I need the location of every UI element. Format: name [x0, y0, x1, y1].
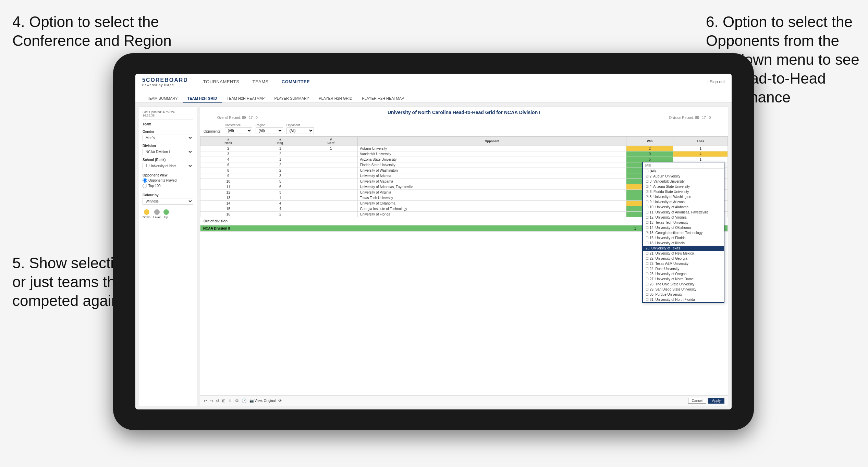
dropdown-item[interactable]: 24. Duke University	[643, 266, 724, 271]
tab-player-h2h-grid[interactable]: PLAYER H2H GRID	[314, 94, 357, 103]
copy-icon[interactable]: ⊞	[222, 398, 225, 403]
cell-reg: 4	[256, 206, 304, 212]
logo-sub: Powered by iGrad	[142, 83, 174, 87]
apply-button[interactable]: Apply	[708, 398, 724, 404]
tab-player-h2h-heatmap[interactable]: PLAYER H2H HEATMAP	[357, 94, 409, 103]
cell-reg: 2	[256, 151, 304, 157]
dropdown-item[interactable]: 11. University of Arkansas, Fayetteville	[643, 210, 724, 215]
cell-opponent: Vanderbilt University	[358, 151, 626, 157]
dropdown-item[interactable]: 30. Purdue University	[643, 292, 724, 297]
dropdown-item[interactable]: 21. University of New Mexico	[643, 251, 724, 256]
dropdown-item[interactable]: 18. University of Illinois	[643, 241, 724, 246]
radio-opponents-played[interactable]: Opponents Played	[143, 178, 193, 183]
cell-loss: 1	[673, 146, 728, 151]
dropdown-item[interactable]: 12. University of Virginia	[643, 215, 724, 220]
dropdown-item[interactable]: 27. University of Notre Dame	[643, 276, 724, 282]
cell-rank: 9	[200, 173, 256, 179]
nav-tournaments[interactable]: TOURNAMENTS	[202, 79, 241, 84]
cell-opponent: University of Washington	[358, 168, 626, 173]
opponent-select[interactable]: (All)	[286, 127, 314, 134]
cell-reg: 3	[256, 190, 304, 195]
eye-icon[interactable]: 👁	[278, 398, 282, 403]
nav-teams[interactable]: TEAMS	[251, 79, 270, 84]
cell-rank: 14	[200, 201, 256, 206]
table-row: 2 1 1 Auburn University 2 1	[200, 146, 728, 151]
overall-record: Overall Record: 89 - 17 - 0	[217, 116, 258, 120]
dropdown-item[interactable]: 22. University of Georgia	[643, 256, 724, 261]
cell-opponent: University of Arkansas, Fayetteville	[358, 184, 626, 190]
dropdown-item[interactable]: 13. Texas Tech University	[643, 220, 724, 225]
cell-rank: 15	[200, 206, 256, 212]
conference-label: Conference	[225, 123, 252, 127]
view-label: 📷 View: Original	[249, 399, 276, 403]
dropdown-item[interactable]: 4. Arizona State University	[643, 184, 724, 189]
clock-icon[interactable]: 🕐	[242, 398, 247, 403]
cell-opponent: University of Arizona	[358, 173, 626, 179]
cell-opponent: University of Alabama	[358, 179, 626, 184]
tablet-screen: 5COREBOARD Powered by iGrad TOURNAMENTS …	[135, 74, 732, 409]
redo-icon[interactable]: ↪	[210, 398, 213, 403]
opponent-dropdown[interactable]: (All) (All)2. Auburn University3. Vander…	[642, 162, 724, 303]
cell-conf	[304, 179, 358, 184]
pause-icon[interactable]: ⏸	[228, 398, 232, 403]
tab-team-h2h-heatmap[interactable]: TEAM H2H HEATMAP	[222, 94, 269, 103]
dropdown-search: (All)	[643, 162, 724, 169]
dropdown-item[interactable]: 28. The Ohio State University	[643, 282, 724, 287]
cancel-button[interactable]: Cancel	[688, 398, 706, 404]
conference-select[interactable]: (All)	[225, 127, 252, 134]
school-select[interactable]: 1. University of Nort...	[143, 163, 193, 169]
legend-up-icon	[163, 209, 169, 215]
main-content: Last Updated: 4/7/2024 16:55:38 Team Gen…	[135, 103, 732, 409]
dropdown-item[interactable]: 15. Georgia Institute of Technology	[643, 230, 724, 235]
dropdown-item[interactable]: 20. University of Texas	[643, 246, 724, 251]
dropdown-item[interactable]: 3. Vanderbilt University	[643, 179, 724, 184]
undo-icon[interactable]: ↩	[204, 398, 207, 403]
cell-reg: 1	[256, 146, 304, 151]
dropdown-item[interactable]: 31. University of North Florida	[643, 297, 724, 302]
dropdown-item[interactable]: 8. University of Washington	[643, 194, 724, 199]
region-filter: Region (All)	[256, 123, 283, 134]
reset-icon[interactable]: ↺	[216, 398, 219, 403]
dropdown-item[interactable]: 9. University of Arizona	[643, 199, 724, 205]
cell-reg: 2	[256, 212, 304, 217]
cell-opponent: Georgia Institute of Technology	[358, 206, 626, 212]
nav-committee[interactable]: COMMITTEE	[280, 79, 311, 84]
gender-select[interactable]: Men's	[143, 135, 193, 141]
left-panel: Last Updated: 4/7/2024 16:55:38 Team Gen…	[139, 107, 197, 406]
th-reg: #Reg	[256, 137, 304, 146]
cell-reg: 4	[256, 201, 304, 206]
cell-rank: 4	[200, 157, 256, 162]
dropdown-item[interactable]: (All)	[643, 169, 724, 174]
dropdown-item[interactable]: 10. University of Alabama	[643, 205, 724, 210]
tab-team-summary[interactable]: TEAM SUMMARY	[142, 94, 183, 103]
colour-by-select[interactable]: Win/loss	[143, 198, 193, 205]
nav-right[interactable]: | Sign out	[708, 79, 725, 84]
cell-conf	[304, 190, 358, 195]
dropdown-item[interactable]: 23. Texas A&M University	[643, 261, 724, 266]
tab-player-summary[interactable]: PLAYER SUMMARY	[269, 94, 314, 103]
cell-reg: 2	[256, 162, 304, 168]
cell-opponent: University of Virginia	[358, 190, 626, 195]
cell-rank: 13	[200, 195, 256, 201]
opponent-label: Opponent	[286, 123, 314, 127]
cell-rank: 2	[200, 146, 256, 151]
dropdown-item[interactable]: 25. University of Oregon	[643, 271, 724, 276]
cell-conf	[304, 184, 358, 190]
cell-conf	[304, 157, 358, 162]
division-select[interactable]: NCAA Division I	[143, 149, 193, 155]
dropdown-item[interactable]: 14. University of Oklahoma	[643, 225, 724, 230]
cell-opponent: Auburn University	[358, 146, 626, 151]
cell-rank: 12	[200, 190, 256, 195]
radio-top100[interactable]: Top 100	[143, 184, 193, 188]
dropdown-item[interactable]: 16. University of Florida	[643, 235, 724, 241]
dropdown-item[interactable]: 29. San Diego State University	[643, 287, 724, 292]
dropdown-item[interactable]: 2. Auburn University	[643, 174, 724, 179]
region-select[interactable]: (All)	[256, 127, 283, 134]
team-label: Team	[143, 122, 193, 126]
cell-reg: 2	[256, 168, 304, 173]
tab-team-h2h-grid[interactable]: TEAM H2H GRID	[183, 94, 222, 103]
dropdown-item[interactable]: 6. Florida State University	[643, 189, 724, 194]
settings-icon[interactable]: ⚙	[235, 398, 239, 403]
grid-subtitle: Overall Record: 89 - 17 - 0 Division Rec…	[204, 116, 724, 120]
legend-down-icon	[144, 209, 149, 215]
